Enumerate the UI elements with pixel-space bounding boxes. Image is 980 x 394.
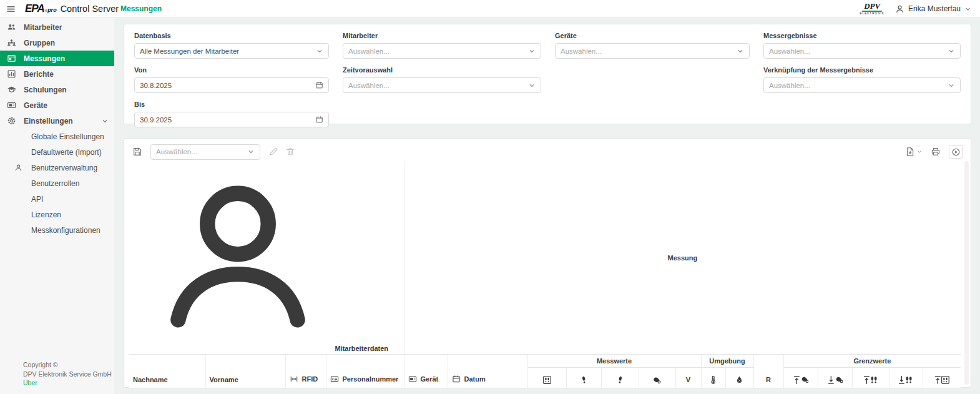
main-content: Datenbasis Alle Messungen der Mitarbeite…	[114, 18, 980, 394]
band-mitarbeiterdaten: Mitarbeiterdaten	[129, 161, 404, 355]
cell-limit-1: 47.0 MΩ	[783, 389, 818, 394]
col-header-wrist[interactable]	[639, 368, 675, 389]
col-header-vorname[interactable]: Vorname	[205, 355, 285, 389]
messergebnisse-select[interactable]: Auswählen...	[763, 43, 961, 59]
training-icon	[7, 85, 16, 94]
col-header-foot_r[interactable]	[601, 368, 639, 389]
sidebar-item-schulungen[interactable]: Schulungen	[0, 82, 114, 97]
sidebar-subitem-messkonfigurationen[interactable]: Messkonfigurationen	[0, 222, 114, 238]
sidebar-subitem-benutzerrollen[interactable]: Benutzerrollen	[0, 175, 114, 191]
col-header-volt[interactable]: V	[675, 368, 701, 389]
save-view-icon[interactable]	[132, 147, 142, 157]
col-header-r[interactable]: R	[753, 355, 783, 389]
humidity-icon	[735, 375, 744, 385]
col-header-limit-max-wrist[interactable]	[783, 368, 818, 389]
hamburger-menu-button[interactable]	[0, 0, 21, 17]
zeitvorauswahl-select[interactable]: Auswählen...	[343, 77, 541, 93]
cell-humidity: 41 %	[725, 389, 753, 394]
field-datenbasis: Datenbasis Alle Messungen der Mitarbeite…	[134, 32, 329, 59]
user-menu-button[interactable]: Erika Musterfau	[895, 4, 971, 14]
col-header-limit-min-feet[interactable]	[889, 368, 923, 389]
verknuepfung-placeholder: Auswählen...	[769, 82, 948, 89]
sidebar-subitem-benutzerverwaltung[interactable]: Benutzerverwaltung	[0, 160, 114, 175]
print-icon[interactable]	[931, 147, 941, 157]
col-header-limit-max-walk[interactable]	[923, 368, 961, 389]
delete-view-icon[interactable]	[285, 147, 295, 157]
sidebar-item-messungen[interactable]: Messungen	[0, 51, 114, 66]
sidebar-subitem-api[interactable]: API	[0, 191, 114, 207]
settings-icon	[7, 116, 16, 126]
von-date-input[interactable]: 30.8.2025	[134, 77, 329, 93]
field-von: Von 30.8.2025	[134, 66, 329, 93]
person-icon	[14, 164, 22, 172]
run-query-button[interactable]	[949, 145, 963, 159]
datenbasis-select[interactable]: Alle Messungen der Mitarbeiter	[134, 43, 329, 59]
sidebar-item-geraete[interactable]: Geräte	[0, 97, 114, 113]
col-header-nachname[interactable]: Nachname	[129, 355, 205, 389]
dpv-logo-swoosh	[862, 11, 883, 12]
vertical-scrollbar[interactable]	[964, 161, 969, 385]
sidebar-subitem-label: Lizenzen	[31, 210, 61, 219]
zeitvorauswahl-label: Zeitvorauswahl	[343, 66, 541, 74]
view-select-placeholder: Auswählen...	[156, 148, 247, 155]
col-header-temp[interactable]	[701, 368, 725, 389]
export-file-icon	[905, 147, 915, 157]
verknuepfung-label: Verknüpfung der Messergebnisse	[763, 66, 961, 74]
band-grenzwerte: Grenzwerte	[783, 355, 961, 368]
export-button[interactable]	[905, 147, 923, 157]
foot-right-icon	[615, 375, 625, 385]
dpv-logo: DPV ELEKTRONIK	[860, 2, 884, 16]
col-header-limit-min-wrist[interactable]	[818, 368, 852, 389]
col-header-humidity[interactable]	[725, 368, 753, 389]
sidebar-item-mitarbeiter[interactable]: Mitarbeiter	[0, 19, 114, 35]
cell-vorname: Juergen	[205, 389, 285, 394]
limit-min-feet-icon	[898, 375, 913, 385]
sidebar: MitarbeiterGruppenMessungenBerichteSchul…	[0, 18, 114, 394]
col-header-personalnummer[interactable]: Personalnummer	[326, 355, 404, 389]
cell-limit-2: 100 kΩ	[818, 389, 852, 394]
geraete-select[interactable]: Auswählen...	[555, 43, 750, 59]
sidebar-item-einstellungen[interactable]: Einstellungen	[0, 113, 114, 129]
epa-logo-sub: pro	[47, 7, 57, 13]
edit-view-icon[interactable]	[268, 147, 278, 157]
sidebar-footer: Copyright © DPV Elektronik Service GmbH …	[23, 360, 112, 387]
user-area: DPV ELEKTRONIK Erika Musterfau	[860, 2, 980, 16]
sidebar-subitem-globale-einstellungen[interactable]: Globale Einstellungen	[0, 129, 114, 144]
idcard-icon	[330, 375, 339, 383]
sidebar-subitem-label: Messkonfigurationen	[31, 226, 100, 235]
verknuepfung-select[interactable]: Auswählen...	[763, 77, 961, 93]
bis-date-input[interactable]: 30.9.2025	[134, 112, 329, 127]
col-header-limit-max-feet[interactable]	[852, 368, 889, 389]
view-select[interactable]: Auswählen...	[150, 144, 260, 160]
calendar-icon[interactable]	[315, 116, 323, 124]
rfid-icon	[290, 375, 298, 383]
topbar-nav-messungen[interactable]: Messungen	[120, 0, 162, 17]
device-icon	[408, 375, 417, 383]
col-header-geraet[interactable]: Gerät	[404, 355, 448, 389]
table-row[interactable]: LohmannJuergendb1254ce7...66Endfertigung…	[129, 389, 961, 394]
chevron-down-icon	[948, 47, 955, 55]
about-link[interactable]: Über	[23, 378, 112, 387]
geraete-label: Geräte	[555, 32, 750, 39]
play-icon	[951, 147, 961, 157]
sidebar-item-label: Schulungen	[24, 86, 67, 94]
col-header-rfid[interactable]: RFID	[285, 355, 326, 389]
field-bis: Bis 30.9.2025	[134, 101, 329, 127]
field-messergebnisse: Messergebnisse Auswählen...	[763, 32, 961, 59]
band-umgebung: Umgebung	[701, 355, 753, 368]
sidebar-subitem-defaultwerte-import[interactable]: Defaultwerte (Import)	[0, 144, 114, 160]
sidebar-item-berichte[interactable]: Berichte	[0, 66, 114, 82]
mitarbeiter-label: Mitarbeiter	[343, 32, 541, 39]
col-header-datum[interactable]: Datum	[448, 355, 527, 389]
col-header-foot_l[interactable]	[566, 368, 601, 389]
cell-result-status	[753, 389, 783, 394]
col-header-walk[interactable]	[527, 368, 566, 389]
calendar-icon[interactable]	[315, 81, 323, 89]
filter-panel: Datenbasis Alle Messungen der Mitarbeite…	[124, 24, 971, 124]
chevron-down-icon	[737, 47, 744, 55]
sidebar-item-gruppen[interactable]: Gruppen	[0, 35, 114, 51]
chevron-down-icon	[916, 149, 923, 155]
measurements-table: MitarbeiterdatenMessungNachnameVornameRF…	[129, 161, 961, 394]
sidebar-subitem-lizenzen[interactable]: Lizenzen	[0, 207, 114, 222]
mitarbeiter-select[interactable]: Auswählen...	[343, 43, 541, 59]
